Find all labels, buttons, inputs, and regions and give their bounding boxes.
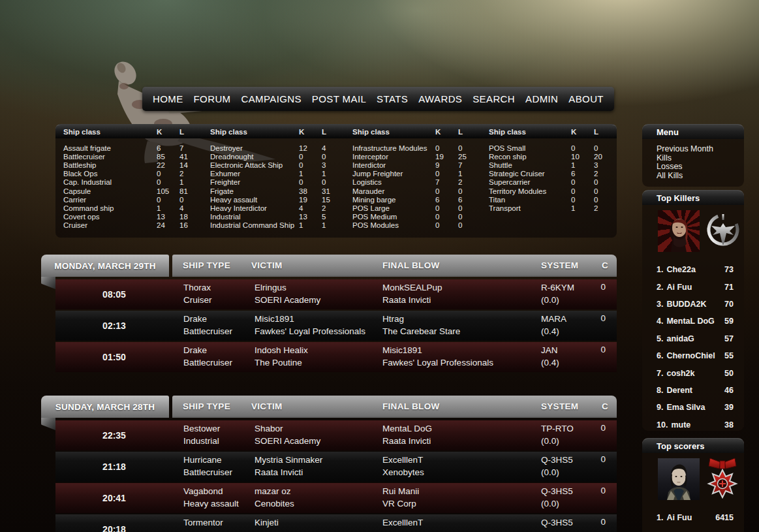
nav-post-mail[interactable]: POST MAIL [312,93,366,104]
ship-class-kills: 0 [435,213,458,221]
alliance-eagle-emblem-icon[interactable] [705,211,741,248]
ship-stats-row: Marauder 0 0 [345,187,481,195]
ship-stats-row: Jump Freighter 0 1 [345,170,481,178]
kill-count: 70 [724,300,734,309]
ship-stats-row: POS Large 0 0 [345,204,481,212]
system-name: R-6KYM [541,282,574,294]
ship-stats-row: POS Modules 0 0 [345,221,481,230]
menu-item[interactable]: All Kills [657,172,744,181]
ship-class-losses: 4 [179,204,202,212]
top-killer-item[interactable]: 7.cosh2k 50 [657,364,734,381]
top-killer-item[interactable]: 4.MentaL DoG 59 [657,313,734,330]
victim-corp: Fawkes' Loyal Professionals [255,326,365,338]
top-scorer-item[interactable]: 2.cosh2k 5294 [657,526,734,532]
ship-class-losses: 4 [322,144,345,152]
ship-stats-row: Heavy assault 19 15 [202,195,345,204]
ship-class-losses: 7 [458,161,481,169]
top-killer-item[interactable]: 8.Derent 46 [657,382,734,399]
kill-time: 20:41 [55,483,173,513]
ship-class-kills: 38 [299,187,322,195]
ship-class-losses: 20 [594,153,617,161]
ship-stats-row: Interdictor 9 7 [345,161,481,169]
ship-class-kills: 1 [299,170,322,178]
final-blow-corp: The Carebear Stare [382,326,460,338]
medal-icon [706,457,739,500]
ship-class-name: Transport [481,204,571,212]
kill-row[interactable]: 21:18 Hurricane Battlecruiser Mystria Si… [55,452,617,482]
ship-class-name: Industrial [202,213,299,221]
nav-search[interactable]: SEARCH [472,93,515,104]
nav-about[interactable]: ABOUT [568,93,604,104]
top-scorer-item[interactable]: 1.Ai Fuu 6415 [657,509,734,526]
rank-number: 10. [657,420,668,430]
ship-stats-row: Electronic Attack Ship 0 3 [202,161,345,169]
menu-item[interactable]: Losses [657,163,744,172]
ship-class-losses: 2 [458,178,481,186]
kill-row[interactable]: 02:13 Drake Battlecruiser Misic1891 Fawk… [55,311,617,341]
top-killer-item[interactable]: 1.Che22a 73 [657,261,734,278]
system-security: (0.4) [541,357,559,369]
ship-class-losses: 3 [594,161,617,169]
nav-forum[interactable]: FORUM [194,93,231,104]
kill-victim-cell: Kinjeti Raata Invicti [255,517,303,532]
kill-system-cell: R-6KYM (0.0) [541,282,574,306]
kill-row[interactable]: 22:35 Bestower Industrial Shabor SOERI A… [55,420,617,450]
stats-header-group: Ship class K L [55,125,202,139]
ship-class-kills: 6 [571,170,594,178]
ship-stats-row: Destroyer 12 4 [202,144,345,152]
ship-class-losses: 3 [322,161,345,169]
kill-row[interactable]: 08:05 Thorax Cruiser Elringus SOERI Acad… [55,279,617,309]
ship-class-losses: 0 [594,187,617,195]
ship-stats-row: Battleship 22 14 [55,161,202,169]
top-scorer-portrait[interactable] [658,458,700,500]
portrait-face-graphic [658,458,700,500]
ship-class-name: Infrastructure Modules [345,144,435,152]
kill-row[interactable]: 20:41 Vagabond Heavy assault mazar oz Ce… [55,483,617,513]
top-killer-item[interactable]: 5.anidaG 57 [657,330,734,347]
kill-row[interactable]: 20:18 Tormentor Frigate Kinjeti Raata In… [55,514,617,532]
comment-count: 0 [589,454,606,464]
portrait-face-graphic [658,210,700,252]
ship-class-header: Ship class [345,128,435,136]
kill-row[interactable]: 01:50 Drake Battlecruiser Indosh Healix … [55,342,617,372]
nav-home[interactable]: HOME [153,93,183,104]
top-scorer-images [658,458,744,500]
top-killer-item[interactable]: 2.Ai Fuu 71 [657,278,734,295]
victim-name: Shabor [255,423,320,435]
menu-item[interactable]: Previous Month [657,145,744,154]
comment-count: 0 [589,517,606,527]
col-victim: VICTIM [251,401,283,411]
menu-item[interactable]: Kills [657,154,744,163]
nav-awards[interactable]: AWARDS [418,93,462,104]
ship-class-losses: 1 [322,170,345,178]
ship-class-losses: 14 [179,161,202,169]
nav-campaigns[interactable]: CAMPAIGNS [241,93,302,104]
ship-class-kills: 0 [435,187,458,195]
col-ship-type: SHIP TYPE [183,260,230,270]
kill-list-sunday: 22:35 Bestower Industrial Shabor SOERI A… [55,420,617,532]
top-killer-item[interactable]: 3.BUDDA2K 70 [657,296,734,313]
kill-count: 39 [724,403,734,412]
ship-class-kills: 0 [435,204,458,212]
top-killer-item[interactable]: 6.ChernoChiel 55 [657,347,734,364]
ship-stats-row: Industrial 13 5 [202,213,345,221]
rank-number: 2. [657,283,663,292]
top-killers-header: Top Killers [642,190,744,205]
top-killer-item[interactable]: 9.Ema Silva 39 [657,399,734,416]
col-comments: C [602,401,608,411]
kill-time: 21:18 [55,452,173,482]
ship-class-name: Cap. Industrial [55,178,157,186]
kill-ship-cell: Hurricane Battlecruiser [183,454,232,478]
killboard-page: HOME FORUM CAMPAIGNS POST MAIL STATS AWA… [0,0,759,532]
kills-header: K [571,128,594,136]
ship-stats-row: Infrastructure Modules 0 0 [345,144,481,152]
nav-admin[interactable]: ADMIN [525,93,558,104]
ship-class-kills: 13 [299,213,322,221]
nav-stats[interactable]: STATS [377,93,408,104]
top-killer-portrait[interactable] [658,210,700,252]
ship-class-kills: 22 [157,161,179,169]
top-killer-item[interactable]: 10.mute 38 [657,416,734,433]
kill-ship-cell: Drake Battlecruiser [183,313,232,337]
ship-class-kills: 105 [157,187,179,195]
ship-class-name: Electronic Attack Ship [202,161,299,169]
